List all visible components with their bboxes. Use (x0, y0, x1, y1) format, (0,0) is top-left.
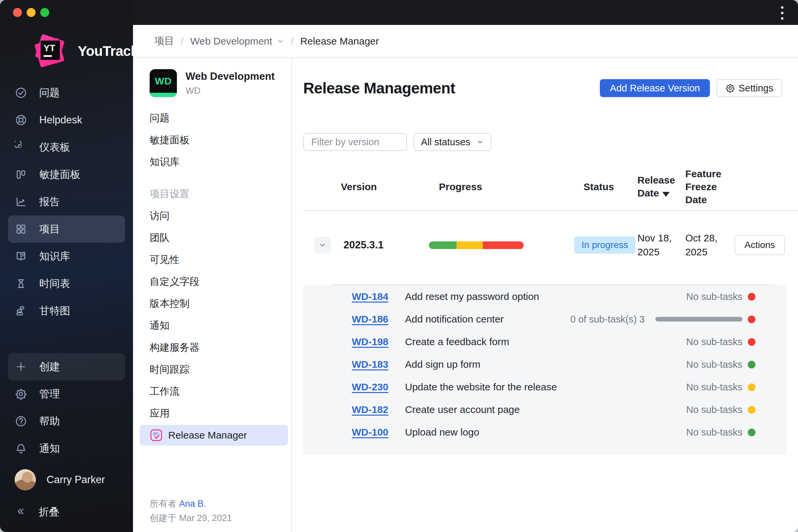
issue-status-dot (748, 406, 756, 414)
column-header-version[interactable]: Version (341, 180, 429, 193)
traffic-lights (13, 8, 49, 17)
progress-segment-open (483, 241, 524, 249)
filter-by-version-input[interactable] (303, 133, 407, 151)
project-avatar[interactable]: WD (150, 69, 177, 97)
column-header-progress[interactable]: Progress (429, 180, 574, 193)
sidebar-item-issues[interactable]: 问题 (8, 79, 125, 107)
project-item-team[interactable]: 团队 (133, 227, 291, 249)
project-key: WD (186, 86, 274, 96)
project-item-visibility[interactable]: 可见性 (133, 249, 291, 271)
sidebar-item-help[interactable]: 帮助 (8, 407, 125, 435)
column-header-feature-freeze-date[interactable]: Feature Freeze Date (685, 167, 735, 206)
issue-link[interactable]: WD-100 (352, 426, 388, 438)
sidebar-item-reports[interactable]: 报告 (8, 188, 125, 215)
project-item-build-servers[interactable]: 构建服务器 (133, 337, 291, 358)
issue-summary: Upload new logo (405, 426, 686, 438)
sidebar-item-dashboards[interactable]: 仪表板 (8, 134, 125, 161)
chevron-down-icon (276, 37, 284, 45)
issue-link[interactable]: WD-230 (352, 381, 388, 392)
project-item-access[interactable]: 访问 (133, 205, 291, 227)
project-item-notifications[interactable]: 通知 (133, 315, 291, 337)
project-item-release-manager[interactable]: Release Manager (140, 425, 288, 445)
breadcrumb-project-dropdown[interactable]: Web Development (190, 36, 284, 47)
settings-button[interactable]: Settings (717, 79, 782, 97)
subtask-count: No sub-tasks (686, 382, 742, 393)
project-owner-info: 所有者 Ana B. 创建于 Mar 29, 2021 (150, 497, 232, 525)
life-ring-icon (15, 114, 27, 126)
project-header: WD Web Development WD (150, 69, 274, 97)
status-filter-dropdown[interactable]: All statuses (414, 133, 491, 151)
project-item-apps[interactable]: 应用 (133, 402, 291, 424)
project-item-knowledge-base[interactable]: 知识库 (133, 151, 291, 173)
project-item-issues[interactable]: 问题 (133, 107, 291, 129)
question-circle-icon (15, 415, 27, 428)
sidebar-item-administration[interactable]: 管理 (8, 380, 125, 407)
sidebar-item-projects[interactable]: 项目 (8, 215, 125, 243)
issue-link[interactable]: WD-198 (352, 336, 388, 347)
subtask-count: 0 of sub-task(s) 3 (570, 314, 645, 325)
chevron-down-icon (318, 241, 327, 249)
project-name: Web Development (186, 71, 274, 82)
bell-icon (15, 442, 27, 455)
project-nav: 问题 敏捷面板 知识库 项目设置 访问 团队 可见性 自定义字段 版本控制 通知… (133, 107, 291, 445)
issue-status-dot (748, 338, 756, 346)
expand-release-button[interactable] (314, 237, 331, 253)
project-item-version-control[interactable]: 版本控制 (133, 292, 291, 315)
project-meta: Web Development WD (186, 69, 274, 97)
release-row: 2025.3.1 In progress Nov 18, 2025 Oct 28… (303, 211, 782, 279)
column-header-status[interactable]: Status (574, 180, 638, 193)
issue-summary: Create a feedback form (405, 336, 686, 347)
sidebar-item-agile-boards[interactable]: 敏捷面板 (8, 161, 125, 188)
breadcrumb-current-page: Release Manager (300, 36, 379, 47)
dashboard-spiral-icon (15, 141, 27, 154)
issue-link[interactable]: WD-183 (352, 359, 388, 370)
minimize-button[interactable] (26, 8, 36, 17)
collapse-chevrons-icon (15, 506, 26, 519)
breadcrumb: 项目 / Web Development / Release Manager (133, 25, 798, 58)
hourglass-icon (15, 277, 27, 290)
add-release-version-button[interactable]: Add Release Version (600, 79, 710, 97)
sidebar-item-knowledge-base[interactable]: 知识库 (8, 243, 125, 270)
issue-summary: Add sign up form (405, 359, 686, 370)
youtrack-logo-icon: YT (32, 33, 69, 70)
subtask-count: No sub-tasks (686, 337, 742, 347)
zoom-button[interactable] (40, 8, 49, 17)
sidebar-item-timesheets[interactable]: 时间表 (8, 270, 125, 297)
column-header-release-date[interactable]: Release Date (638, 174, 685, 200)
youtrack-logo: YT YouTrack (32, 33, 138, 70)
progress-segment-in-progress (457, 241, 483, 249)
close-button[interactable] (13, 8, 22, 17)
actions-button[interactable]: Actions (735, 235, 785, 255)
sidebar-item-create[interactable]: 创建 (8, 353, 125, 380)
created-line: 创建于 Mar 29, 2021 (150, 511, 232, 525)
issue-summary: Add notification center (405, 314, 570, 325)
plus-icon (15, 360, 27, 373)
owner-link[interactable]: Ana B. (179, 499, 206, 509)
issue-link[interactable]: WD-186 (352, 314, 388, 324)
subtask-row: WD-183 Add sign up form No sub-tasks (303, 353, 787, 376)
breadcrumb-separator: / (291, 36, 293, 47)
subtask-row: WD-182 Create user account page No sub-t… (303, 398, 787, 421)
check-circle-icon (15, 87, 27, 99)
issue-status-dot (748, 361, 756, 368)
project-item-custom-fields[interactable]: 自定义字段 (133, 271, 291, 292)
project-item-workflow[interactable]: 工作流 (133, 380, 291, 402)
issue-status-dot (748, 316, 756, 323)
breadcrumb-projects[interactable]: 项目 (154, 34, 174, 48)
project-panel: WD Web Development WD 问题 敏捷面板 知识库 项目设置 访… (133, 58, 292, 532)
gear-icon (725, 83, 735, 93)
sidebar-item-notifications[interactable]: 通知 (8, 435, 125, 462)
subtasks-panel: WD-184 Add reset my password option No s… (303, 285, 787, 455)
issue-status-dot (748, 383, 756, 391)
project-item-agile-boards[interactable]: 敏捷面板 (133, 129, 291, 151)
sidebar-item-gantt[interactable]: 甘特图 (8, 297, 125, 324)
sidebar-item-helpdesk[interactable]: Helpdesk (8, 107, 125, 134)
issue-link[interactable]: WD-184 (352, 291, 388, 302)
chevron-down-icon (476, 138, 484, 146)
sidebar-collapse[interactable]: 折叠 (8, 498, 125, 526)
sidebar-user-profile[interactable]: Carry Parker (8, 464, 125, 495)
kebab-menu-icon[interactable] (775, 5, 790, 21)
issue-link[interactable]: WD-182 (352, 404, 388, 415)
release-progress-bar (429, 241, 524, 249)
project-item-time-tracking[interactable]: 时间跟踪 (133, 358, 291, 380)
